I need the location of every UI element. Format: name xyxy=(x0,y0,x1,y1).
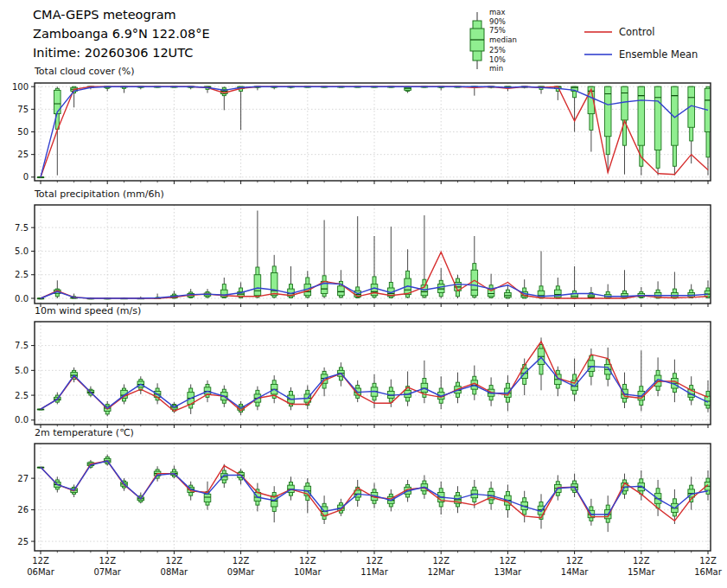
x-tick-date: 15Mar xyxy=(628,567,655,577)
svg-text:25: 25 xyxy=(17,537,29,546)
svg-text:90%: 90% xyxy=(489,17,506,26)
x-tick-time: 12Z xyxy=(166,556,183,566)
x-tick-time: 12Z xyxy=(366,556,383,566)
x-tick-time: 12Z xyxy=(500,556,517,566)
svg-text:5.0: 5.0 xyxy=(15,246,29,256)
x-tick-date: 10Mar xyxy=(294,567,322,577)
svg-text:75%: 75% xyxy=(489,26,506,35)
panel-title-temperature: 2m temperature (℃) xyxy=(35,427,134,438)
x-tick-time: 12Z xyxy=(32,556,49,566)
legend-box-glyph: max90%75%median25%10%min xyxy=(470,8,517,73)
legend-line-label: Ensemble Mean xyxy=(619,48,698,61)
x-tick-time: 12Z xyxy=(99,556,116,566)
x-tick-time: 12Z xyxy=(233,556,250,566)
meteogram-chart: 02550751000.02.55.07.50.02.55.07.5252627… xyxy=(0,0,727,588)
panel-title-cloud-cover: Total cloud cover (%) xyxy=(35,66,135,77)
x-tick-date: 08Mar xyxy=(161,567,188,577)
x-tick-time: 12Z xyxy=(633,556,650,566)
x-tick-date: 07Mar xyxy=(93,567,121,577)
x-tick-date: 13Mar xyxy=(494,567,522,577)
meteogram-page: 02550751000.02.55.07.50.02.55.07.5252627… xyxy=(0,0,727,588)
x-tick-date: 11Mar xyxy=(360,567,388,577)
svg-text:50: 50 xyxy=(17,127,29,137)
svg-text:2.5: 2.5 xyxy=(15,391,29,400)
x-tick-date: 14Mar xyxy=(561,567,589,577)
x-tick-date: 12Mar xyxy=(427,567,455,577)
svg-text:25: 25 xyxy=(17,150,29,159)
svg-text:min: min xyxy=(489,64,503,73)
x-tick-date: 16Mar xyxy=(694,567,722,577)
svg-text:75: 75 xyxy=(17,105,29,114)
svg-text:5.0: 5.0 xyxy=(15,366,29,375)
svg-text:10%: 10% xyxy=(489,55,506,64)
legend-line-label: Control xyxy=(619,26,655,38)
x-tick-time: 12Z xyxy=(566,556,584,566)
panel-title-precipitation: Total precipitation (mm/6h) xyxy=(35,189,164,200)
x-tick-time: 12Z xyxy=(432,556,450,566)
svg-text:2.5: 2.5 xyxy=(15,270,29,279)
svg-text:27: 27 xyxy=(17,474,29,483)
svg-text:0.0: 0.0 xyxy=(15,415,29,425)
location-subtitle: Zamboanga 6.9°N 122.08°E xyxy=(33,24,210,43)
x-tick-time: 12Z xyxy=(299,556,316,566)
inittime-subtitle: Initime: 20260306 12UTC xyxy=(33,43,193,62)
svg-text:25%: 25% xyxy=(489,46,506,54)
x-tick-date: 06Mar xyxy=(27,567,54,577)
svg-text:7.5: 7.5 xyxy=(15,223,29,233)
page-title: CMA-GEPS meteogram xyxy=(33,5,176,24)
svg-text:100: 100 xyxy=(12,82,29,92)
x-tick-time: 12Z xyxy=(699,556,717,566)
svg-text:7.5: 7.5 xyxy=(15,341,29,350)
svg-text:0.0: 0.0 xyxy=(15,294,29,304)
svg-text:26: 26 xyxy=(17,505,29,514)
x-tick-date: 09Mar xyxy=(227,567,255,577)
panel-title-wind-speed: 10m wind speed (m/s) xyxy=(35,305,141,316)
svg-text:0: 0 xyxy=(23,172,29,182)
svg-text:median: median xyxy=(489,35,517,44)
svg-text:max: max xyxy=(489,8,506,16)
